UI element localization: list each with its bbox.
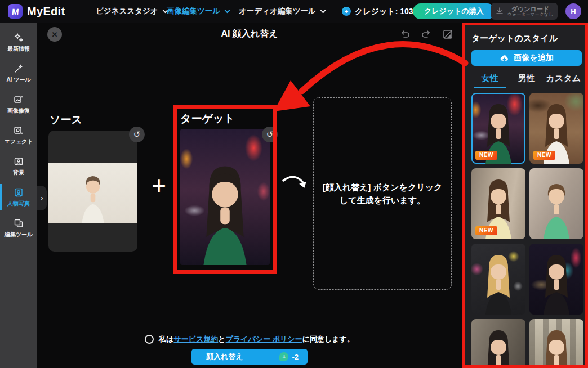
consent-suffix: に同意します。 [302,335,354,343]
face-swap-button[interactable]: 顔入れ替え + -2 [191,349,308,365]
source-photo [48,163,137,223]
person-figure [471,244,525,315]
sidebar-item-label: 人物写真 [7,200,30,208]
sidebar-item-label: AI ツール [6,76,30,84]
nav-audio-editing-tools[interactable]: オーディオ編集ツール [239,0,324,23]
chevron-down-icon [320,7,326,13]
tab-custom[interactable]: カスタム [545,73,582,88]
consent-checkbox[interactable] [145,335,154,344]
compare-button[interactable] [440,27,455,42]
new-badge: NEW [475,151,497,160]
photo-repair-icon [14,95,24,105]
person-figure [529,168,583,239]
placeholder-line: して生成を行います。 [340,194,425,207]
compare-icon [442,29,453,40]
person-figure [48,163,137,223]
person-figure [529,244,583,315]
style-thumbnail-graffiti-black-top[interactable] [471,244,525,315]
user-avatar[interactable]: H [565,3,581,19]
tab-male[interactable]: 男性 [508,73,545,88]
credit-cost-value: -2 [292,353,299,361]
style-thumbnail-building-dark-hair[interactable] [471,319,525,368]
person-figure [180,129,270,265]
sidebar-item-label: 編集ツール [5,231,33,239]
sidebar-item-label: 最新情報 [7,45,30,53]
sidebar-item-whats-new[interactable]: 最新情報 [0,27,37,58]
myedit-logo-icon[interactable]: M [8,4,23,19]
credit-cost-icon: + [279,352,288,361]
terms-of-service-link[interactable]: サービス規約 [173,335,218,343]
style-grid: NEW NEW NEW [471,93,583,368]
nav-label: ビジネススタジオ [96,7,158,15]
style-thumbnail-wall-green-stripe-dress[interactable] [529,168,583,239]
nav-image-editing-tools[interactable]: 画像編集ツール [167,0,228,23]
download-label: ダウンロード [511,6,549,12]
flow-arrow-icon [280,170,311,196]
source-label: ソース [50,113,82,127]
redo-icon [421,29,432,40]
credit-icon: + [342,7,351,16]
sidebar-item-portrait-photo[interactable]: 人物写真 [0,182,37,213]
style-thumbnail-night-city-green-dress[interactable]: NEW [471,93,525,164]
sidebar-item-label: 背景 [13,169,24,177]
style-thumbnail-cafe-white-blouse[interactable]: NEW [529,93,583,164]
sparkles-icon [14,33,24,43]
sidebar-item-photo-repair[interactable]: 画像修復 [0,89,37,120]
portrait-icon [14,187,24,198]
cloud-upload-icon [500,53,509,63]
chevron-down-icon [225,7,230,13]
sidebar-item-edit-tools[interactable]: 編集ツール [0,213,37,244]
add-image-button[interactable]: 画像を追加 [471,50,582,66]
magic-wand-icon [14,64,24,74]
nav-label: オーディオ編集ツール [239,7,316,15]
buy-credits-button[interactable]: クレジットの購入 [413,3,495,19]
sidebar-item-effects[interactable]: エフェクト [0,120,37,151]
person-figure [471,319,525,368]
consent-text: 私はサービス規約とプライバシー ポリシーに同意します。 [159,334,354,344]
source-reset-button[interactable]: ↺ [129,127,145,142]
consent-row: 私はサービス規約とプライバシー ポリシーに同意します。 [37,334,462,344]
sidebar-item-label: エフェクト [4,138,33,146]
tab-female[interactable]: 女性 [471,73,508,88]
undo-icon [399,29,411,40]
background-icon [14,156,24,167]
plus-icon: + [146,170,171,201]
add-image-label: 画像を追加 [514,53,553,63]
panel-title: ターゲットのスタイル [471,33,581,44]
redo-button[interactable] [419,27,434,42]
target-photo[interactable] [180,129,270,265]
target-reset-button[interactable]: ↺ [262,127,278,142]
brand-title[interactable]: MyEdit [27,0,65,23]
sidebar-item-label: 画像修復 [7,107,30,115]
style-thumbnail-street-yellow-top[interactable]: NEW [471,168,525,239]
result-placeholder: [顔入れ替え] ボタンをクリック して生成を行います。 [313,97,452,290]
nav-business-studio[interactable]: ビジネススタジオ [96,0,166,23]
target-label: ターゲット [180,111,235,126]
privacy-policy-link[interactable]: プライバシー ポリシー [226,335,302,343]
left-sidebar: 最新情報 AI ツール 画像修復 エフェクト 背景 人物写真 編集ツール [0,23,37,368]
target-style-panel: ターゲットのスタイル 画像を追加 女性 男性 カスタム NEW NEW NEW [462,23,588,368]
download-button[interactable]: ダウンロード ウォーターマークなし [491,3,558,20]
person-figure [529,319,583,368]
credit-balance: クレジット: 1031 [355,0,417,23]
app-window: M MyEdit ビジネススタジオ 画像編集ツール オーディオ編集ツール + ク… [0,0,588,368]
sidebar-item-ai-tools[interactable]: AI ツール [0,58,37,89]
consent-prefix: 私は [159,335,173,343]
edit-tools-icon [14,218,24,228]
consent-middle: と [218,335,225,343]
face-swap-button-label: 顔入れ替え [206,352,243,362]
source-card[interactable] [48,131,137,252]
download-icon [496,7,504,15]
style-thumbnail-night-street-leather-jacket[interactable] [529,244,583,315]
effects-icon [14,125,24,136]
undo-button[interactable] [398,27,412,42]
placeholder-line: [顔入れ替え] ボタンをクリック [323,181,443,194]
top-bar: M MyEdit ビジネススタジオ 画像編集ツール オーディオ編集ツール + ク… [0,0,588,23]
new-badge: NEW [475,226,497,235]
sidebar-expand-handle[interactable]: › [37,186,47,210]
new-badge: NEW [533,151,555,160]
nav-label: 画像編集ツール [167,7,220,15]
download-sublabel: ウォーターマークなし [507,12,553,17]
style-thumbnail-city-skyline-portrait[interactable] [529,319,583,368]
sidebar-item-background[interactable]: 背景 [0,151,37,182]
